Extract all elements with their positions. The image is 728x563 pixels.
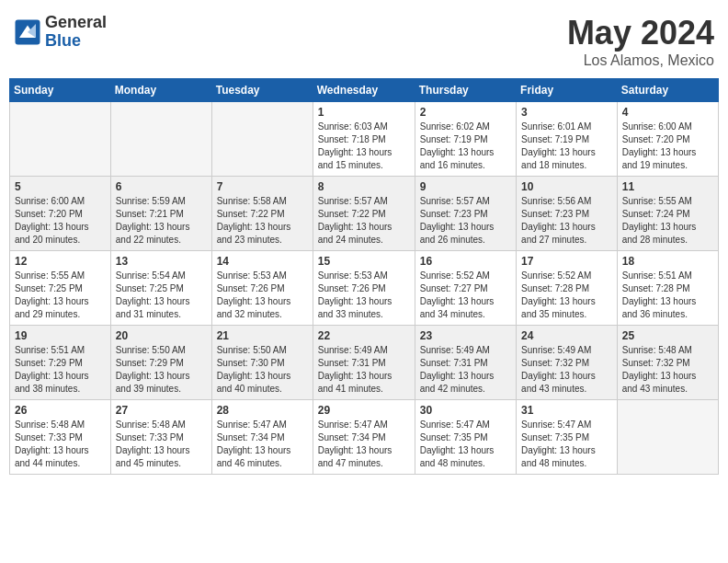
calendar-cell: 6Sunrise: 5:59 AMSunset: 7:21 PMDaylight… <box>110 177 211 251</box>
day-number: 18 <box>622 255 713 268</box>
calendar-cell: 13Sunrise: 5:54 AMSunset: 7:25 PMDayligh… <box>110 251 211 326</box>
calendar-cell: 30Sunrise: 5:47 AMSunset: 7:35 PMDayligh… <box>415 400 516 475</box>
calendar-cell: 21Sunrise: 5:50 AMSunset: 7:30 PMDayligh… <box>211 326 313 400</box>
day-info: Sunrise: 5:56 AMSunset: 7:23 PMDaylight:… <box>521 195 612 247</box>
day-number: 14 <box>217 255 308 268</box>
weekday-header-thursday: Thursday <box>415 79 516 102</box>
title-block: May 2024 Los Alamos, Mexico <box>567 14 714 69</box>
day-number: 4 <box>622 106 713 119</box>
calendar-cell <box>617 400 718 475</box>
day-number: 1 <box>318 106 410 119</box>
calendar-cell: 18Sunrise: 5:51 AMSunset: 7:28 PMDayligh… <box>617 251 718 326</box>
weekday-header-monday: Monday <box>110 79 211 102</box>
day-info: Sunrise: 6:02 AMSunset: 7:19 PMDaylight:… <box>420 121 511 172</box>
calendar-cell: 14Sunrise: 5:53 AMSunset: 7:26 PMDayligh… <box>211 251 313 326</box>
day-number: 2 <box>420 106 511 119</box>
day-number: 15 <box>318 255 410 268</box>
day-info: Sunrise: 5:49 AMSunset: 7:31 PMDaylight:… <box>420 344 511 396</box>
logo-general: General <box>45 14 107 32</box>
day-number: 25 <box>622 329 713 342</box>
calendar-cell: 12Sunrise: 5:55 AMSunset: 7:25 PMDayligh… <box>10 251 111 326</box>
day-info: Sunrise: 5:57 AMSunset: 7:22 PMDaylight:… <box>318 195 410 247</box>
day-number: 24 <box>521 329 612 342</box>
calendar-week-row: 1Sunrise: 6:03 AMSunset: 7:18 PMDaylight… <box>10 102 719 177</box>
calendar-cell: 9Sunrise: 5:57 AMSunset: 7:23 PMDaylight… <box>415 177 516 251</box>
day-number: 20 <box>116 329 207 342</box>
calendar-cell: 10Sunrise: 5:56 AMSunset: 7:23 PMDayligh… <box>517 177 618 251</box>
day-number: 3 <box>521 106 612 119</box>
day-info: Sunrise: 5:57 AMSunset: 7:23 PMDaylight:… <box>420 195 511 247</box>
day-number: 28 <box>217 404 308 417</box>
calendar-cell: 31Sunrise: 5:47 AMSunset: 7:35 PMDayligh… <box>517 400 618 475</box>
day-number: 8 <box>318 180 410 193</box>
calendar-cell: 5Sunrise: 6:00 AMSunset: 7:20 PMDaylight… <box>10 177 111 251</box>
day-number: 26 <box>15 404 106 417</box>
calendar-cell: 22Sunrise: 5:49 AMSunset: 7:31 PMDayligh… <box>313 326 415 400</box>
day-info: Sunrise: 5:47 AMSunset: 7:35 PMDaylight:… <box>420 419 511 470</box>
logo-text: General Blue <box>45 14 107 51</box>
weekday-header-tuesday: Tuesday <box>211 79 313 102</box>
calendar-cell: 4Sunrise: 6:00 AMSunset: 7:20 PMDaylight… <box>617 102 718 177</box>
day-info: Sunrise: 6:00 AMSunset: 7:20 PMDaylight:… <box>15 195 106 247</box>
day-info: Sunrise: 5:49 AMSunset: 7:31 PMDaylight:… <box>318 344 410 396</box>
weekday-header-sunday: Sunday <box>10 79 111 102</box>
logo-icon <box>14 18 41 46</box>
calendar-cell: 20Sunrise: 5:50 AMSunset: 7:29 PMDayligh… <box>110 326 211 400</box>
day-number: 7 <box>217 180 308 193</box>
day-info: Sunrise: 6:03 AMSunset: 7:18 PMDaylight:… <box>318 121 410 172</box>
day-number: 19 <box>15 329 106 342</box>
day-info: Sunrise: 5:48 AMSunset: 7:33 PMDaylight:… <box>116 419 207 470</box>
location: Los Alamos, Mexico <box>567 52 714 69</box>
day-number: 11 <box>622 180 713 193</box>
calendar-cell: 1Sunrise: 6:03 AMSunset: 7:18 PMDaylight… <box>313 102 415 177</box>
calendar-cell: 23Sunrise: 5:49 AMSunset: 7:31 PMDayligh… <box>415 326 516 400</box>
day-info: Sunrise: 5:49 AMSunset: 7:32 PMDaylight:… <box>521 344 612 396</box>
day-info: Sunrise: 5:51 AMSunset: 7:28 PMDaylight:… <box>622 270 713 321</box>
day-info: Sunrise: 5:50 AMSunset: 7:29 PMDaylight:… <box>116 344 207 396</box>
calendar-cell: 19Sunrise: 5:51 AMSunset: 7:29 PMDayligh… <box>10 326 111 400</box>
calendar-cell: 8Sunrise: 5:57 AMSunset: 7:22 PMDaylight… <box>313 177 415 251</box>
calendar-cell <box>10 102 111 177</box>
calendar-cell: 2Sunrise: 6:02 AMSunset: 7:19 PMDaylight… <box>415 102 516 177</box>
day-info: Sunrise: 5:51 AMSunset: 7:29 PMDaylight:… <box>15 344 106 396</box>
day-number: 23 <box>420 329 511 342</box>
weekday-header-row: SundayMondayTuesdayWednesdayThursdayFrid… <box>10 79 719 102</box>
day-info: Sunrise: 5:47 AMSunset: 7:34 PMDaylight:… <box>318 419 410 470</box>
calendar-cell: 3Sunrise: 6:01 AMSunset: 7:19 PMDaylight… <box>517 102 618 177</box>
calendar-cell <box>110 102 211 177</box>
calendar-cell: 16Sunrise: 5:52 AMSunset: 7:27 PMDayligh… <box>415 251 516 326</box>
day-number: 5 <box>15 180 106 193</box>
calendar-cell: 24Sunrise: 5:49 AMSunset: 7:32 PMDayligh… <box>517 326 618 400</box>
day-number: 29 <box>318 404 410 417</box>
calendar-cell: 11Sunrise: 5:55 AMSunset: 7:24 PMDayligh… <box>617 177 718 251</box>
weekday-header-wednesday: Wednesday <box>313 79 415 102</box>
calendar-cell: 26Sunrise: 5:48 AMSunset: 7:33 PMDayligh… <box>10 400 111 475</box>
day-number: 22 <box>318 329 410 342</box>
day-number: 16 <box>420 255 511 268</box>
day-number: 17 <box>521 255 612 268</box>
day-info: Sunrise: 5:47 AMSunset: 7:35 PMDaylight:… <box>521 419 612 470</box>
day-info: Sunrise: 5:53 AMSunset: 7:26 PMDaylight:… <box>318 270 410 321</box>
day-number: 27 <box>116 404 207 417</box>
calendar-cell <box>211 102 313 177</box>
calendar-week-row: 5Sunrise: 6:00 AMSunset: 7:20 PMDaylight… <box>10 177 719 251</box>
calendar-week-row: 19Sunrise: 5:51 AMSunset: 7:29 PMDayligh… <box>10 326 719 400</box>
calendar-cell: 27Sunrise: 5:48 AMSunset: 7:33 PMDayligh… <box>110 400 211 475</box>
day-info: Sunrise: 5:55 AMSunset: 7:24 PMDaylight:… <box>622 195 713 247</box>
day-info: Sunrise: 6:01 AMSunset: 7:19 PMDaylight:… <box>521 121 612 172</box>
day-number: 6 <box>116 180 207 193</box>
logo-blue: Blue <box>45 32 107 51</box>
weekday-header-friday: Friday <box>517 79 618 102</box>
day-number: 10 <box>521 180 612 193</box>
weekday-header-saturday: Saturday <box>617 79 718 102</box>
page-header: General Blue May 2024 Los Alamos, Mexico <box>9 9 719 69</box>
day-number: 21 <box>217 329 308 342</box>
day-number: 31 <box>521 404 612 417</box>
calendar-cell: 25Sunrise: 5:48 AMSunset: 7:32 PMDayligh… <box>617 326 718 400</box>
day-info: Sunrise: 5:58 AMSunset: 7:22 PMDaylight:… <box>217 195 308 247</box>
calendar-cell: 28Sunrise: 5:47 AMSunset: 7:34 PMDayligh… <box>211 400 313 475</box>
calendar-cell: 17Sunrise: 5:52 AMSunset: 7:28 PMDayligh… <box>517 251 618 326</box>
day-info: Sunrise: 5:52 AMSunset: 7:27 PMDaylight:… <box>420 270 511 321</box>
day-info: Sunrise: 5:50 AMSunset: 7:30 PMDaylight:… <box>217 344 308 396</box>
day-number: 9 <box>420 180 511 193</box>
